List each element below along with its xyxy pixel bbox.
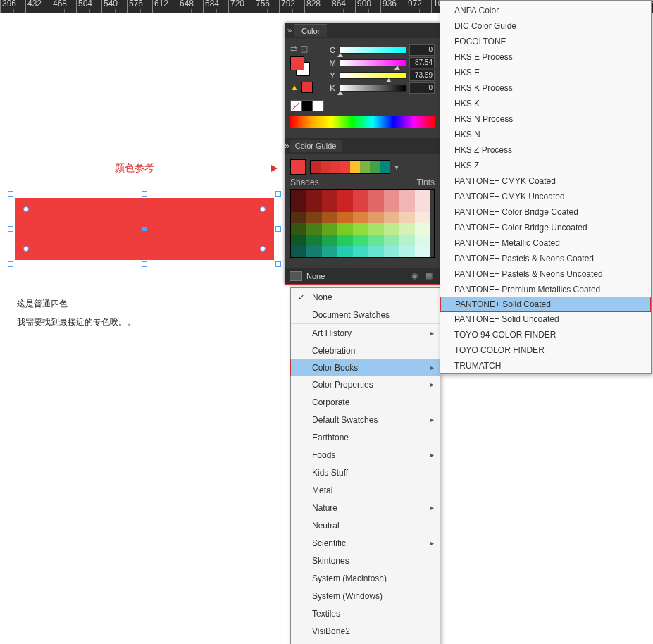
- variation-swatch[interactable]: [415, 201, 430, 212]
- submenu-item[interactable]: HKS N: [440, 127, 651, 142]
- swap-icon[interactable]: ⇄: [290, 44, 297, 54]
- m-value-input[interactable]: 87.54: [409, 57, 435, 68]
- submenu-item[interactable]: HKS K Process: [440, 80, 651, 96]
- menu-item[interactable]: Nature: [291, 499, 440, 516]
- submenu-item[interactable]: HKS Z: [440, 158, 651, 173]
- menu-item[interactable]: None: [291, 288, 440, 306]
- menu-item[interactable]: Textiles: [291, 605, 440, 622]
- variation-swatch[interactable]: [337, 201, 353, 212]
- menu-item[interactable]: Document Swatches: [291, 306, 440, 323]
- variation-swatch[interactable]: [384, 235, 399, 246]
- variation-swatch[interactable]: [353, 235, 368, 246]
- variation-swatch[interactable]: [306, 201, 322, 212]
- handle-tc[interactable]: [142, 191, 147, 197]
- variation-swatch[interactable]: [353, 212, 368, 223]
- y-slider[interactable]: [340, 72, 406, 79]
- harmony-swatch[interactable]: [340, 161, 350, 173]
- submenu-item[interactable]: PANTONE+ Color Bridge Uncoated: [440, 220, 651, 235]
- variation-swatch[interactable]: [399, 212, 415, 223]
- c-value-input[interactable]: 0: [409, 44, 435, 56]
- harmony-strip[interactable]: [310, 160, 390, 174]
- dropdown-icon[interactable]: ▾: [394, 162, 399, 172]
- menu-item[interactable]: Scientific: [291, 534, 440, 552]
- submenu-item[interactable]: HKS K: [440, 96, 651, 111]
- handle-br[interactable]: [275, 261, 281, 267]
- variation-swatch[interactable]: [384, 246, 399, 257]
- anchor-point[interactable]: [23, 206, 29, 212]
- color-variation-grid[interactable]: [290, 189, 435, 258]
- variation-swatch[interactable]: [399, 235, 415, 246]
- variation-swatch[interactable]: [291, 223, 306, 235]
- variation-swatch[interactable]: [384, 212, 399, 223]
- variation-swatch[interactable]: [399, 190, 415, 201]
- warning-icon[interactable]: ▲: [290, 82, 299, 92]
- m-slider[interactable]: [340, 59, 406, 66]
- menu-item[interactable]: System (Macintosh): [291, 569, 440, 587]
- canvas-selection[interactable]: [11, 194, 278, 264]
- harmony-swatch[interactable]: [370, 161, 380, 173]
- variation-swatch[interactable]: [399, 246, 415, 257]
- variation-swatch[interactable]: [337, 190, 353, 201]
- variation-swatch[interactable]: [368, 235, 384, 246]
- menu-item[interactable]: Neutral: [291, 516, 440, 534]
- y-value-input[interactable]: 73.69: [409, 70, 435, 81]
- colorguide-tab[interactable]: Color Guide: [290, 140, 342, 152]
- submenu-item[interactable]: DIC Color Guide: [440, 18, 651, 34]
- variation-swatch[interactable]: [384, 201, 399, 212]
- variation-swatch[interactable]: [368, 212, 384, 223]
- new-icon[interactable]: ▦: [425, 271, 435, 281]
- variation-swatch[interactable]: [337, 223, 353, 235]
- variation-swatch[interactable]: [384, 223, 399, 235]
- variation-swatch[interactable]: [415, 212, 430, 223]
- menu-item[interactable]: Art History: [291, 324, 440, 342]
- menu-item[interactable]: VisiBone2: [291, 622, 440, 640]
- variation-swatch[interactable]: [399, 223, 415, 235]
- variation-swatch[interactable]: [399, 201, 415, 212]
- anchor-point[interactable]: [260, 206, 266, 212]
- color-tab[interactable]: Color: [294, 24, 327, 37]
- variation-swatch[interactable]: [415, 246, 430, 257]
- menu-item[interactable]: System (Windows): [291, 587, 440, 605]
- variation-swatch[interactable]: [368, 201, 384, 212]
- variation-swatch[interactable]: [306, 212, 322, 223]
- submenu-item[interactable]: PANTONE+ Premium Metallics Coated: [440, 282, 651, 297]
- menu-item[interactable]: Default Swatches: [291, 411, 440, 428]
- submenu-item[interactable]: PANTONE+ Metallic Coated: [440, 235, 651, 251]
- submenu-item[interactable]: PANTONE+ Solid Coated: [440, 297, 651, 312]
- variation-swatch[interactable]: [353, 246, 368, 257]
- library-name[interactable]: None: [306, 272, 407, 280]
- submenu-item[interactable]: FOCOLTONE: [440, 34, 651, 49]
- menu-item[interactable]: Color Properties: [291, 376, 440, 393]
- variation-swatch[interactable]: [322, 235, 337, 246]
- handle-tr[interactable]: [275, 191, 281, 197]
- menu-item[interactable]: Corporate: [291, 393, 440, 411]
- submenu-item[interactable]: HKS E: [440, 65, 651, 80]
- menu-item[interactable]: Metal: [291, 481, 440, 499]
- variation-swatch[interactable]: [291, 201, 306, 212]
- variation-swatch[interactable]: [322, 212, 337, 223]
- color-spectrum[interactable]: [290, 116, 435, 128]
- variation-swatch[interactable]: [353, 201, 368, 212]
- variation-swatch[interactable]: [353, 190, 368, 201]
- menu-item[interactable]: Earthtone: [291, 428, 440, 446]
- library-icon[interactable]: [290, 271, 302, 281]
- harmony-swatch[interactable]: [360, 161, 370, 173]
- variation-swatch[interactable]: [322, 223, 337, 235]
- variation-swatch[interactable]: [306, 190, 322, 201]
- handle-mr[interactable]: [275, 226, 281, 232]
- white-swatch[interactable]: [313, 100, 324, 111]
- harmony-swatch[interactable]: [321, 161, 330, 173]
- variation-swatch[interactable]: [306, 246, 322, 257]
- menu-item[interactable]: Web: [291, 640, 440, 644]
- variation-swatch[interactable]: [337, 235, 353, 246]
- submenu-item[interactable]: HKS N Process: [440, 111, 651, 127]
- submenu-item[interactable]: PANTONE+ Color Bridge Coated: [440, 204, 651, 220]
- variation-swatch[interactable]: [291, 212, 306, 223]
- variation-swatch[interactable]: [306, 235, 322, 246]
- k-value-input[interactable]: 0: [409, 82, 435, 94]
- variation-swatch[interactable]: [353, 223, 368, 235]
- submenu-item[interactable]: TOYO 94 COLOR FINDER: [440, 327, 651, 342]
- menu-item[interactable]: Color Books: [290, 359, 440, 376]
- default-colors-icon[interactable]: ◱: [300, 44, 308, 54]
- submenu-item[interactable]: PANTONE+ CMYK Uncoated: [440, 189, 651, 204]
